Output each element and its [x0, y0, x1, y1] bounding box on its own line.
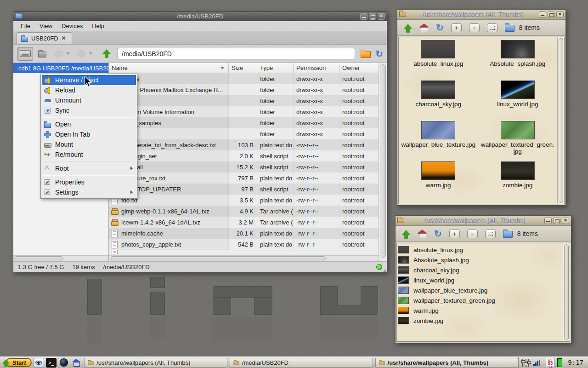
- file-list-item[interactable]: wallpaper_textured_green.jpg: [397, 295, 563, 305]
- title-bar[interactable]: /usr/share/wallpapers (All, Thumbs): [397, 10, 565, 20]
- tab-usb20fd[interactable]: USB20FD: [17, 32, 72, 44]
- zoom-in-button[interactable]: +: [449, 230, 460, 238]
- file-thumbnail-item[interactable]: wallpaper_textured_green.jpg: [478, 121, 558, 161]
- home-button[interactable]: [418, 230, 427, 238]
- minimize-button[interactable]: [539, 12, 546, 18]
- network-monitor-icon[interactable]: [533, 359, 543, 366]
- zoom-in-button[interactable]: +: [451, 23, 462, 32]
- zoom-out-button[interactable]: −: [469, 23, 480, 32]
- show-desktop-button[interactable]: [34, 358, 44, 368]
- context-menu-item[interactable]: Re/mount: [42, 150, 136, 160]
- file-thumbnail-item[interactable]: warm.jpg: [399, 161, 478, 202]
- open-folder-button[interactable]: [361, 51, 371, 58]
- resize-window-button[interactable]: [487, 23, 498, 32]
- refresh-button[interactable]: ↻: [434, 229, 442, 238]
- file-list-item[interactable]: linux_world.jpg: [397, 275, 563, 285]
- calendar-tray-icon[interactable]: SAT 03 FEB: [546, 358, 554, 367]
- close-button[interactable]: [556, 12, 564, 18]
- resize-grip[interactable]: [383, 269, 386, 272]
- column-header-size[interactable]: Size: [229, 63, 257, 73]
- terminal-launcher[interactable]: >_: [46, 358, 57, 368]
- close-button[interactable]: [378, 13, 385, 20]
- file-thumbnail-item[interactable]: linux_world.jpg: [478, 80, 558, 121]
- show-hidden-button[interactable]: [503, 231, 513, 238]
- file-row[interactable]: stuff folder drwxr-xr-x root:root: [109, 95, 379, 106]
- file-list-item[interactable]: wallpaper_blue_texture.jpg: [397, 285, 563, 295]
- menu-item[interactable]: Devices: [57, 22, 87, 30]
- file-row-partial[interactable]: [109, 250, 379, 254]
- up-button[interactable]: [102, 49, 112, 58]
- file-thumbnail-item[interactable]: Absolute_splash.jpg: [478, 40, 558, 80]
- sidebar-horizontal-scrollbar[interactable]: [13, 255, 108, 261]
- file-row[interactable]: Stellar Phoenix Mailbox Exchange R... fo…: [109, 84, 379, 95]
- file-list-item[interactable]: warm.jpg: [397, 305, 563, 316]
- file-thumbnail-item[interactable]: wallpaper_blue_texture.jpg: [399, 121, 478, 161]
- minimize-button[interactable]: [360, 13, 368, 20]
- refresh-button[interactable]: ↻: [375, 49, 383, 58]
- folder-view-button[interactable]: [38, 52, 46, 58]
- vertical-scrollbar[interactable]: [563, 243, 570, 341]
- file-thumbnail-item[interactable]: charcoal_sky.jpg: [399, 80, 478, 121]
- path-input[interactable]: [118, 48, 355, 59]
- file-list-item[interactable]: charcoal_sky.jpg: [397, 265, 563, 275]
- file-row[interactable]: System Volume Information folder drwxr-x…: [109, 106, 379, 117]
- file-row[interactable]: photos_copy_apple.txt 542 B plain text d…: [109, 239, 379, 250]
- title-bar[interactable]: /media/USB20FD: [13, 12, 387, 21]
- scrollbar-thumb[interactable]: [380, 64, 386, 258]
- context-menu-item[interactable]: Sync: [42, 105, 136, 115]
- minimize-button[interactable]: [544, 218, 552, 224]
- context-menu-item[interactable]: Root: [42, 163, 136, 173]
- show-hidden-button[interactable]: [505, 25, 514, 32]
- file-row[interactable]: mimeinfo.cache 20.1 K plain text do -rw-…: [109, 228, 379, 239]
- maximize-button[interactable]: [553, 218, 560, 224]
- file-manager-launcher[interactable]: [71, 358, 82, 368]
- file-row[interactable]: DESKTOP_UPDATER 97 B shell script -rw-r-…: [109, 184, 379, 195]
- context-menu-item[interactable]: Settings: [42, 187, 136, 197]
- column-header-permission[interactable]: Permission: [294, 63, 339, 73]
- context-menu-item[interactable]: Unmount: [42, 95, 136, 105]
- up-button[interactable]: [403, 24, 412, 32]
- scrollbar-thumb[interactable]: [559, 38, 563, 203]
- refresh-button[interactable]: ↻: [436, 23, 444, 32]
- resize-window-button[interactable]: [485, 230, 496, 238]
- cpu-meter[interactable]: [557, 358, 562, 367]
- sidebar-device-selected[interactable]: sdb1 8G USB20FD /media/USB20FD: [13, 63, 108, 73]
- list-vertical-scrollbar[interactable]: [379, 63, 387, 261]
- file-thumbnail-item[interactable]: absolute_linux.jpg: [399, 40, 478, 80]
- taskbar-window-button[interactable]: /usr/share/wallpapers (All, Thumbs): [84, 358, 227, 368]
- file-list-item[interactable]: zombie.jpg: [397, 316, 563, 326]
- maximize-button[interactable]: [369, 13, 376, 20]
- menu-item[interactable]: Help: [87, 22, 109, 30]
- file-row[interactable]: icewm-1.4.2-x86_64-1dAL.txz 3.2 M Tar ar…: [109, 217, 379, 228]
- taskbar-window-button[interactable]: /usr/share/wallpapers (All, Thumbs): [375, 358, 519, 368]
- vertical-scrollbar[interactable]: [557, 37, 564, 204]
- file-row[interactable]: configure_rox.txt 797 B plain text do -r…: [109, 172, 379, 184]
- file-row[interactable]: checkall 15.2 K shell script -rw-r--r-- …: [109, 161, 379, 172]
- device-view-button[interactable]: [17, 47, 33, 61]
- file-row[interactable]: fdo.txt 3.5 K plain text do -rw-r--r-- r…: [109, 195, 379, 206]
- file-row[interactable]: WinDL folder drwxr-xr-x root:root: [109, 128, 379, 139]
- file-row[interactable]: gimp-webp-0.1.1-x86_64-1AL.txz 4.9 K Tar…: [109, 206, 379, 217]
- file-thumbnail-item[interactable]: zombie.jpg: [478, 161, 558, 202]
- menu-item[interactable]: File: [16, 22, 35, 30]
- column-header-owner[interactable]: Owner: [339, 63, 379, 73]
- list-horizontal-scrollbar[interactable]: [109, 255, 379, 261]
- title-bar[interactable]: /usr/share/wallpapers (All, Thumbs): [396, 216, 571, 226]
- file-row[interactable]: drivers folder drwxr-xr-x root:root: [109, 73, 379, 84]
- file-row[interactable]: video_samples folder drwxr-xr-x root:roo…: [109, 117, 379, 128]
- taskbar-clock[interactable]: 9:17: [568, 359, 583, 366]
- file-row[interactable]: 0_generate_txt_from_slack-desc.txt 103 B…: [109, 139, 379, 150]
- forward-button[interactable]: [76, 50, 86, 58]
- close-button[interactable]: [562, 218, 569, 224]
- forward-history-dropdown[interactable]: [89, 52, 92, 55]
- back-button[interactable]: [54, 50, 64, 58]
- file-list-item[interactable]: absolute_linux.jpg: [397, 245, 563, 255]
- volume-mixer-icon[interactable]: [521, 359, 530, 367]
- menu-item[interactable]: View: [35, 22, 57, 30]
- taskbar-window-button[interactable]: /media/USB20FD: [230, 358, 373, 368]
- scrollbar-thumb[interactable]: [564, 244, 569, 340]
- context-menu-item[interactable]: Open: [42, 119, 136, 129]
- browser-launcher[interactable]: [58, 358, 69, 368]
- back-history-dropdown[interactable]: [66, 52, 70, 55]
- zoom-out-button[interactable]: −: [467, 230, 478, 238]
